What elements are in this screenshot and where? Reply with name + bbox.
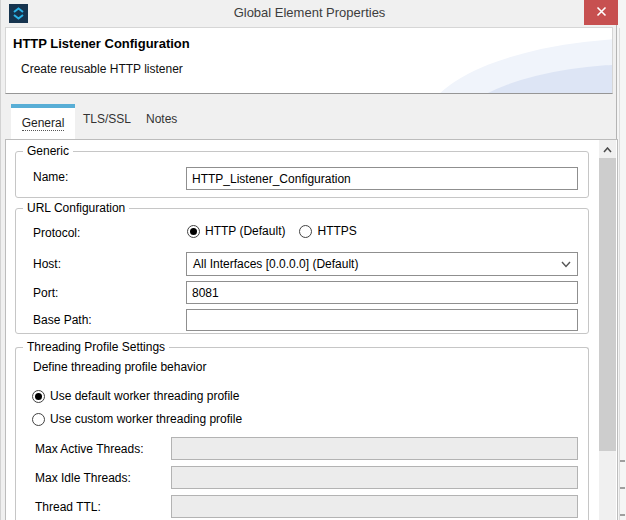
group-threading-profile: Threading Profile Settings Define thread… [15,347,589,520]
close-button[interactable] [584,0,618,25]
protocol-label: Protocol: [33,226,80,240]
default-worker-profile-label[interactable]: Use default worker threading profile [50,389,239,403]
background-strip [618,0,626,520]
tab-general-label: General [22,116,65,131]
background-dash [620,460,625,462]
custom-worker-profile-radio-item[interactable]: Use custom worker threading profile [32,412,242,426]
group-url-legend: URL Configuration [23,201,129,215]
protocol-https-label[interactable]: HTTPS [317,224,356,238]
title-bar[interactable]: Global Element Properties [1,0,618,26]
tab-tls-ssl-label: TLS/SSL [83,112,131,126]
group-generic-legend: Generic [23,144,73,158]
scrollbar-thumb[interactable] [599,158,616,451]
tab-tls-ssl[interactable]: TLS/SSL [83,112,131,126]
protocol-http-radio[interactable] [187,225,200,238]
custom-profile-radio-row: Use custom worker threading profile [32,412,242,426]
max-active-threads-label: Max Active Threads: [35,442,144,456]
background-edge-line [619,28,620,520]
port-input[interactable] [186,281,578,304]
scroll-up-button[interactable] [599,140,616,157]
host-label: Host: [33,257,61,271]
tab-notes-label: Notes [146,112,177,126]
custom-worker-profile-radio[interactable] [32,413,45,426]
background-dash [620,487,625,489]
group-threading-legend: Threading Profile Settings [23,340,169,354]
protocol-http-radio-item[interactable]: HTTP (Default) [187,224,285,238]
tab-notes[interactable]: Notes [146,112,177,126]
group-url-configuration: URL Configuration Protocol: HTTP (Defaul… [15,208,589,334]
name-label: Name: [33,170,68,184]
thread-ttl-input [171,495,578,518]
custom-worker-profile-label[interactable]: Use custom worker threading profile [50,412,242,426]
default-worker-profile-radio[interactable] [32,390,45,403]
host-select[interactable]: All Interfaces [0.0.0.0] (Default) [186,252,578,276]
window-title: Global Element Properties [1,0,618,26]
global-element-properties-dialog: Global Element Properties HTTP Listener … [0,0,617,520]
base-path-input[interactable] [186,309,578,331]
host-selected-value: All Interfaces [0.0.0.0] (Default) [193,257,561,271]
port-label: Port: [33,286,58,300]
background-dash [620,514,625,516]
chevron-up-icon [603,142,612,156]
default-profile-radio-row: Use default worker threading profile [32,389,239,403]
tab-general[interactable]: General [11,104,75,139]
group-generic: Generic Name: [15,151,589,198]
vertical-scrollbar[interactable] [599,140,616,520]
protocol-http-label[interactable]: HTTP (Default) [205,224,285,238]
general-tab-panel: Generic Name: URL Configuration Protocol… [5,139,618,520]
max-idle-threads-input [171,466,578,489]
protocol-https-radio-item[interactable]: HTTPS [299,224,356,238]
page-subtitle: Create reusable HTTP listener [21,62,183,76]
threading-description: Define threading profile behavior [33,360,206,374]
chevron-down-icon [561,257,571,271]
banner: HTTP Listener Configuration Create reusa… [5,27,613,94]
name-input[interactable] [186,167,578,190]
page-title: HTTP Listener Configuration [13,36,190,51]
max-idle-threads-label: Max Idle Threads: [35,471,131,485]
close-icon [596,6,607,20]
thread-ttl-label: Thread TTL: [35,500,101,514]
base-path-label: Base Path: [33,313,92,327]
default-worker-profile-radio-item[interactable]: Use default worker threading profile [32,389,239,403]
protocol-https-radio[interactable] [299,225,312,238]
protocol-radio-group: HTTP (Default) HTTPS [187,224,357,238]
max-active-threads-input [171,437,578,460]
